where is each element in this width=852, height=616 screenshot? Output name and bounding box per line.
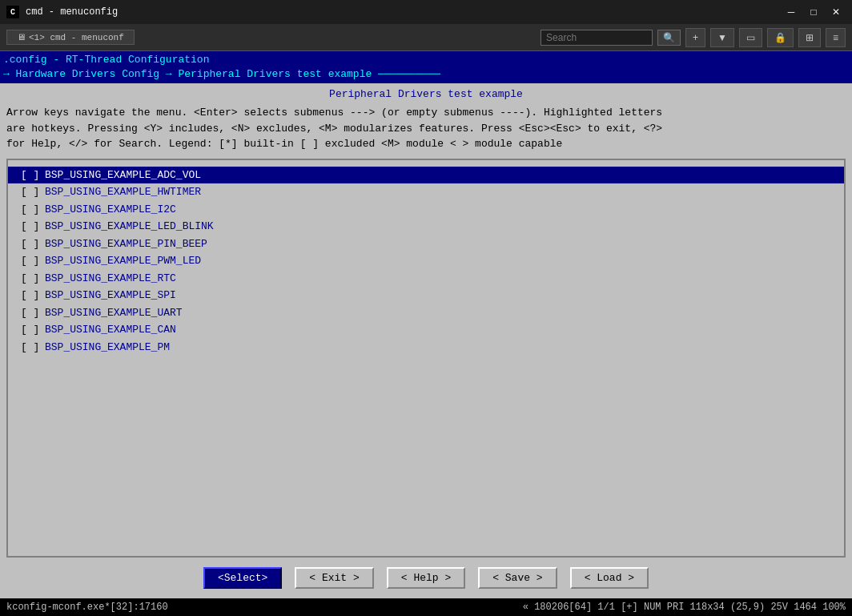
menu-item[interactable]: [ ]BSP_USING_EXAMPLE_HWTIMER [8,183,844,201]
status-pos: « 180206[64] 1/1 [+] NUM PRI 118x34 (25,… [523,602,846,613]
menu-item-label: BSP_USING_EXAMPLE_I2C [45,202,176,218]
menu-item-label: BSP_USING_EXAMPLE_UART [45,305,183,321]
load-button[interactable]: < Load > [570,567,649,589]
search-button[interactable]: 🔍 [657,30,681,46]
dropdown-button[interactable]: ▼ [710,28,734,47]
title-bar: C cmd - menuconfig ─ □ ✕ [0,0,852,24]
search-input[interactable] [541,30,653,46]
menu-item[interactable]: [ ]BSP_USING_EXAMPLE_PM [8,339,844,356]
menu-item-checkbox: [ ] [21,271,45,287]
lock-button[interactable]: 🔒 [767,28,794,47]
menu-item-checkbox: [ ] [21,202,45,218]
toolbar: 🖥 <1> cmd - menuconf 🔍 + ▼ ▭ 🔒 ⊞ ≡ [0,24,852,51]
menu-item-checkbox: [ ] [21,236,45,252]
minimize-button[interactable]: ─ [782,4,801,20]
breadcrumb-line1: .config - RT-Thread Configuration [3,53,849,67]
exit-button[interactable]: < Exit > [295,567,373,589]
window-title: cmd - menuconfig [26,6,775,18]
tab-cmd-menuconf[interactable]: 🖥 <1> cmd - menuconf [6,30,135,45]
menu-item[interactable]: [ ]BSP_USING_EXAMPLE_LED_BLINK [8,218,844,236]
menu-button[interactable]: ≡ [826,28,846,47]
menu-item[interactable]: [ ]BSP_USING_EXAMPLE_CAN [8,321,844,339]
menu-item-checkbox: [ ] [21,288,45,304]
screen-button[interactable]: ▭ [739,28,762,47]
menu-item-label: BSP_USING_EXAMPLE_PWM_LED [45,253,201,269]
menu-item[interactable]: [ ]BSP_USING_EXAMPLE_PWM_LED [8,252,844,270]
menu-item[interactable]: [ ]BSP_USING_EXAMPLE_ADC_VOL [8,167,844,184]
menu-panel: [ ]BSP_USING_EXAMPLE_ADC_VOL[ ]BSP_USING… [6,159,846,558]
help-button[interactable]: < Help > [387,567,465,589]
menu-item[interactable]: [ ]BSP_USING_EXAMPLE_UART [8,304,844,322]
menu-item-label: BSP_USING_EXAMPLE_PM [45,340,170,356]
terminal-area: .config - RT-Thread Configuration → Hard… [0,51,852,598]
layout-button[interactable]: ⊞ [798,28,821,47]
breadcrumb: .config - RT-Thread Configuration → Hard… [0,51,852,83]
menu-item[interactable]: [ ]BSP_USING_EXAMPLE_SPI [8,287,844,304]
panel-title: Peripheral Drivers test example [329,88,523,100]
status-right: « 180206[64] 1/1 [+] NUM PRI 118x34 (25,… [523,602,846,613]
menu-item-label: BSP_USING_EXAMPLE_SPI [45,288,176,304]
menu-item-label: BSP_USING_EXAMPLE_PIN_BEEP [45,236,207,252]
status-left: kconfig-mconf.exe*[32]:17160 [6,602,168,613]
help-line3: for Help, </> for Search. Legend: [*] bu… [6,136,846,152]
close-button[interactable]: ✕ [826,4,846,20]
menu-item-checkbox: [ ] [21,184,45,200]
menu-item[interactable]: [ ]BSP_USING_EXAMPLE_I2C [8,201,844,219]
menu-item[interactable]: [ ]BSP_USING_EXAMPLE_RTC [8,270,844,288]
menu-item-label: BSP_USING_EXAMPLE_HWTIMER [45,184,201,200]
menu-item-label: BSP_USING_EXAMPLE_RTC [45,271,176,287]
help-text: Arrow keys navigate the menu. <Enter> se… [6,102,846,155]
button-row: <Select> < Exit > < Help > < Save > < Lo… [6,561,846,595]
breadcrumb-line2: → Hardware Drivers Config → Peripheral D… [3,67,849,82]
tab-icon: 🖥 [17,32,26,42]
menu-item-label: BSP_USING_EXAMPLE_CAN [45,322,176,338]
help-line2: are hotkeys. Pressing <Y> includes, <N> … [6,121,846,137]
menu-item[interactable]: [ ]BSP_USING_EXAMPLE_PIN_BEEP [8,236,844,253]
save-button[interactable]: < Save > [478,567,557,589]
statusbar: kconfig-mconf.exe*[32]:17160 « 180206[64… [0,598,852,616]
menu-item-label: BSP_USING_EXAMPLE_LED_BLINK [45,219,214,235]
add-button[interactable]: + [685,28,705,47]
title-panel: Peripheral Drivers test example [6,87,846,102]
maximize-button[interactable]: □ [804,4,823,20]
menu-item-checkbox: [ ] [21,340,45,356]
select-button[interactable]: <Select> [203,567,282,589]
menu-item-checkbox: [ ] [21,219,45,235]
window-controls: ─ □ ✕ [782,4,846,20]
app-icon: C [6,6,19,18]
menu-item-checkbox: [ ] [21,167,45,183]
menu-item-checkbox: [ ] [21,253,45,269]
menu-item-label: BSP_USING_EXAMPLE_ADC_VOL [45,167,201,183]
menu-item-checkbox: [ ] [21,305,45,321]
help-line1: Arrow keys navigate the menu. <Enter> se… [6,105,846,121]
menu-item-checkbox: [ ] [21,322,45,338]
content-area: Peripheral Drivers test example Arrow ke… [0,83,852,598]
